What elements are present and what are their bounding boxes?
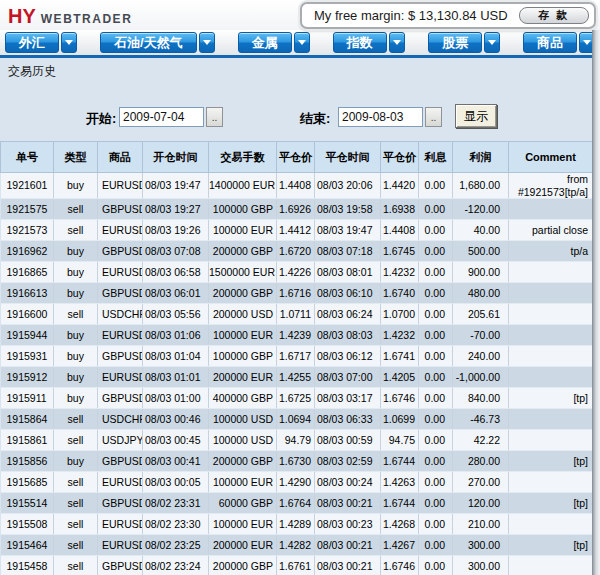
- cell-id: 1916600: [1, 304, 54, 325]
- cell-comment: [509, 325, 593, 346]
- cell-interest: 0.00: [419, 535, 453, 556]
- cell-profit: -70.00: [453, 325, 509, 346]
- column-header-profit: 利润: [453, 142, 509, 173]
- cell-open_price: 1.4255: [277, 367, 315, 388]
- cell-interest: 0.00: [419, 241, 453, 262]
- cell-close_price: 1.4263: [381, 472, 419, 493]
- cell-lots: 200000 USD: [209, 304, 277, 325]
- nav-tab-5[interactable]: 股票: [428, 32, 482, 53]
- table-row[interactable]: 1915912buyEURUSD08/03 01:01200000 EUR1.4…: [1, 367, 593, 388]
- table-row[interactable]: 1921573sellEURUSD08/03 19:26100000 EUR1.…: [1, 220, 593, 241]
- cell-profit: 210.00: [453, 514, 509, 535]
- cell-comment: [509, 430, 593, 451]
- cell-close_price: 1.0699: [381, 409, 419, 430]
- nav-tab-dropdown-icon[interactable]: [389, 32, 405, 53]
- column-header-id: 单号: [1, 142, 54, 173]
- start-date-input[interactable]: [119, 107, 204, 127]
- nav-tab-dropdown-icon[interactable]: [199, 32, 215, 53]
- cell-open_price: 1.6764: [277, 493, 315, 514]
- end-date-picker-button[interactable]: ..: [425, 107, 442, 127]
- cell-open_time: 08/03 01:04: [143, 346, 209, 367]
- table-row[interactable]: 1916600sellUSDCHF08/03 05:56200000 USD1.…: [1, 304, 593, 325]
- nav-tab-dropdown-icon[interactable]: [484, 32, 500, 53]
- cell-profit: 840.00: [453, 388, 509, 409]
- cell-product: GBPUSD: [98, 199, 143, 220]
- cell-comment: [509, 409, 593, 430]
- cell-close_price: 1.6744: [381, 451, 419, 472]
- cell-close_price: 1.6744: [381, 493, 419, 514]
- table-row[interactable]: 1916613buyGBPUSD08/03 06:01200000 GBP1.6…: [1, 283, 593, 304]
- cell-open_time: 08/03 01:00: [143, 388, 209, 409]
- vertical-scrollbar[interactable]: [592, 30, 600, 575]
- cell-close_time: 08/03 00:21: [315, 493, 381, 514]
- content-area: 交易历史 开始: .. 结束: .. 显示 单号类型商品开仓时间交易手数平仓价平…: [0, 58, 600, 575]
- cell-close_price: 1.6746: [381, 556, 419, 575]
- cell-type: sell: [54, 535, 98, 556]
- table-row[interactable]: 1915685sellEURUSD08/03 00:05100000 EUR1.…: [1, 472, 593, 493]
- cell-interest: 0.00: [419, 409, 453, 430]
- cell-open_price: 1.4412: [277, 220, 315, 241]
- nav-tab-6[interactable]: 商品: [523, 32, 577, 53]
- cell-lots: 200000 EUR: [209, 367, 277, 388]
- nav-tab-3[interactable]: 金属: [238, 32, 292, 53]
- table-row[interactable]: 1915856buyGBPUSD08/03 00:41200000 GBP1.6…: [1, 451, 593, 472]
- nav-tab-dropdown-icon[interactable]: [294, 32, 310, 53]
- end-date-input[interactable]: [338, 107, 423, 127]
- logo-webtrader-text: WEBTRADER: [41, 12, 133, 26]
- cell-open_time: 08/03 05:56: [143, 304, 209, 325]
- table-row[interactable]: 1915508sellEURUSD08/02 23:30100000 EUR1.…: [1, 514, 593, 535]
- cell-id: 1915864: [1, 409, 54, 430]
- cell-type: sell: [54, 409, 98, 430]
- cell-close_price: 1.4420: [381, 173, 419, 199]
- cell-open_price: 1.4239: [277, 325, 315, 346]
- nav-tab-4[interactable]: 指数: [333, 32, 387, 53]
- nav-tab-1[interactable]: 外汇: [5, 32, 59, 53]
- nav-tab-dropdown-icon[interactable]: [61, 32, 77, 53]
- table-row[interactable]: 1915944buyEURUSD08/03 01:06100000 EUR1.4…: [1, 325, 593, 346]
- cell-close_price: 1.4267: [381, 535, 419, 556]
- cell-id: 1921575: [1, 199, 54, 220]
- nav-tab-group-3: 金属: [238, 32, 310, 53]
- cell-open_time: 08/02 23:30: [143, 514, 209, 535]
- deposit-button[interactable]: 存 款: [519, 7, 589, 24]
- cell-id: 1915508: [1, 514, 54, 535]
- table-row[interactable]: 1915864sellUSDCHF08/03 00:46100000 USD1.…: [1, 409, 593, 430]
- table-row[interactable]: 1915458sellGBPUSD08/02 23:24200000 GBP1.…: [1, 556, 593, 575]
- cell-id: 1915856: [1, 451, 54, 472]
- cell-interest: 0.00: [419, 367, 453, 388]
- cell-open_price: 1.6725: [277, 388, 315, 409]
- cell-close_time: 08/03 00:59: [315, 430, 381, 451]
- cell-profit: -46.73: [453, 409, 509, 430]
- cell-type: buy: [54, 388, 98, 409]
- cell-comment: [509, 367, 593, 388]
- table-row[interactable]: 1916865buyEURUSD08/03 06:581500000 EUR1.…: [1, 262, 593, 283]
- cell-close_time: 08/03 20:06: [315, 173, 381, 199]
- cell-open_price: 1.6926: [277, 199, 315, 220]
- table-row[interactable]: 1921575sellGBPUSD08/03 19:27100000 GBP1.…: [1, 199, 593, 220]
- cell-close_time: 08/03 06:12: [315, 346, 381, 367]
- cell-interest: 0.00: [419, 325, 453, 346]
- cell-open_price: 1.4289: [277, 514, 315, 535]
- table-row[interactable]: 1915464sellEURUSD08/02 23:25200000 EUR1.…: [1, 535, 593, 556]
- table-row[interactable]: 1915931buyGBPUSD08/03 01:04100000 GBP1.6…: [1, 346, 593, 367]
- cell-interest: 0.00: [419, 304, 453, 325]
- cell-open_price: 1.4226: [277, 262, 315, 283]
- cell-close_time: 08/03 00:21: [315, 556, 381, 575]
- cell-comment: from #1921573[tp/a]: [509, 173, 593, 199]
- table-row[interactable]: 1915861sellUSDJPY08/03 00:45100000 USD94…: [1, 430, 593, 451]
- show-button[interactable]: 显示: [455, 104, 497, 128]
- top-bar: HY WEBTRADER My free margin: $ 13,130.84…: [0, 0, 600, 30]
- table-row[interactable]: 1916962buyGBPUSD08/03 07:08200000 GBP1.6…: [1, 241, 593, 262]
- cell-open_time: 08/03 07:08: [143, 241, 209, 262]
- cell-product: GBPUSD: [98, 388, 143, 409]
- start-date-picker-button[interactable]: ..: [206, 107, 223, 127]
- table-row[interactable]: 1915514sellGBPUSD08/02 23:3160000 GBP1.6…: [1, 493, 593, 514]
- table-row[interactable]: 1915911buyGBPUSD08/03 01:00400000 GBP1.6…: [1, 388, 593, 409]
- table-row[interactable]: 1921601buyEURUSD08/03 19:471400000 EUR1.…: [1, 173, 593, 199]
- cell-profit: 42.22: [453, 430, 509, 451]
- nav-tab-2[interactable]: 石油/天然气: [100, 32, 197, 53]
- column-header-close_price: 平仓价: [381, 142, 419, 173]
- cell-profit: 480.00: [453, 283, 509, 304]
- cell-close_time: 08/03 06:24: [315, 304, 381, 325]
- cell-interest: 0.00: [419, 451, 453, 472]
